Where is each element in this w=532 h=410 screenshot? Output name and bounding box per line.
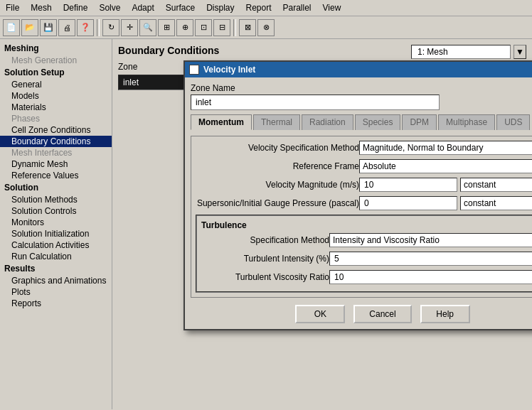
supersonic-input[interactable]	[359, 196, 457, 210]
mesh-select[interactable]: 1: Mesh	[411, 45, 511, 59]
sidebar-item-reference-values[interactable]: Reference Values	[0, 170, 112, 181]
spec-method-dropdown[interactable]: Intensity and Viscosity Ratio	[329, 233, 532, 247]
menubar: File Mesh Define Solve Adapt Surface Dis…	[0, 0, 532, 16]
sidebar: Meshing Mesh Generation Solution Setup G…	[0, 39, 112, 409]
turbulent-intensity-label: Turbulent Intensity (%)	[201, 254, 329, 264]
velocity-magnitude-row: Velocity Magnitude (m/s) constant ▼	[196, 178, 532, 192]
help-button[interactable]: Help	[420, 305, 470, 323]
ok-button[interactable]: OK	[295, 305, 345, 323]
sidebar-item-reports[interactable]: Reports	[0, 298, 112, 309]
zone-name-field: Zone Name	[191, 83, 532, 110]
sidebar-item-solution-initialization[interactable]: Solution Initialization	[0, 228, 112, 239]
reference-frame-row: Reference Frame Absolute ▼	[196, 159, 532, 173]
toolbar-move[interactable]: ✛	[121, 19, 138, 36]
supersonic-method[interactable]: constant	[460, 196, 532, 210]
menu-adapt[interactable]: Adapt	[126, 1, 159, 14]
zone-name-label: Zone Name	[191, 83, 532, 93]
sidebar-item-monitors[interactable]: Monitors	[0, 217, 112, 228]
sidebar-item-graphics-animations[interactable]: Graphics and Animations	[0, 275, 112, 286]
toolbar-btn-2[interactable]: 📂	[21, 19, 38, 36]
content-area: Boundary Conditions Zone 1: Mesh ▼	[112, 39, 532, 409]
tab-uds[interactable]: UDS	[496, 114, 530, 130]
menu-file[interactable]: File	[0, 1, 25, 14]
menu-surface[interactable]: Surface	[160, 1, 201, 14]
velocity-spec-dropdown[interactable]: Magnitude, Normal to Boundary	[359, 141, 532, 155]
supersonic-row: Supersonic/Initial Gauge Pressure (pasca…	[196, 196, 532, 210]
dialog-buttons: OK Cancel Help	[191, 305, 532, 323]
velocity-inlet-dialog: Velocity Inlet ✕ Zone Name Momentum Ther…	[183, 60, 532, 330]
tab-multiphase[interactable]: Multiphase	[438, 114, 495, 130]
reference-frame-label: Reference Frame	[196, 161, 359, 171]
section-meshing: Meshing	[0, 42, 112, 55]
menu-view[interactable]: View	[317, 1, 347, 14]
toolbar-zoom-box[interactable]: ⊞	[158, 19, 175, 36]
section-solution-setup: Solution Setup	[0, 66, 112, 79]
modal-titlebar: Velocity Inlet ✕	[185, 62, 532, 77]
toolbar-btn-5[interactable]: ❓	[77, 19, 94, 36]
toolbar-sep-2	[233, 19, 236, 36]
modal-icon	[189, 65, 199, 75]
cancel-button[interactable]: Cancel	[353, 305, 411, 323]
main-layout: Meshing Mesh Generation Solution Setup G…	[0, 39, 532, 409]
sidebar-item-general[interactable]: General	[0, 79, 112, 90]
toolbar-mesh[interactable]: ⊠	[239, 19, 256, 36]
turbulent-viscosity-row: Turbulent Viscosity Ratio p	[201, 270, 532, 284]
toolbar-rotate[interactable]: ↻	[102, 19, 119, 36]
turbulent-viscosity-input[interactable]	[329, 270, 532, 284]
sidebar-item-run-calculation[interactable]: Run Calculation	[0, 251, 112, 262]
mesh-dropdown-arrow[interactable]: ▼	[514, 45, 526, 59]
turbulent-intensity-row: Turbulent Intensity (%) p	[201, 252, 532, 266]
tabs: Momentum Thermal Radiation Species DPM M…	[191, 114, 532, 130]
sidebar-item-plots[interactable]: Plots	[0, 286, 112, 298]
menu-report[interactable]: Report	[240, 1, 277, 14]
tab-dpm[interactable]: DPM	[402, 114, 437, 130]
toolbar-zoom-in[interactable]: 🔍	[139, 19, 156, 36]
spec-method-label: Specification Method	[201, 235, 329, 245]
velocity-magnitude-label: Velocity Magnitude (m/s)	[196, 180, 359, 190]
menu-display[interactable]: Display	[201, 1, 240, 14]
supersonic-label: Supersonic/Initial Gauge Pressure (pasca…	[196, 198, 359, 208]
sidebar-item-models[interactable]: Models	[0, 90, 112, 102]
spec-method-row: Specification Method Intensity and Visco…	[201, 233, 532, 247]
menu-solve[interactable]: Solve	[93, 1, 126, 14]
toolbar-btn-4[interactable]: 🖨	[58, 19, 75, 36]
section-solution: Solution	[0, 181, 112, 194]
tab-radiation[interactable]: Radiation	[302, 114, 353, 130]
modal-body: Zone Name Momentum Thermal Radiation Spe…	[185, 77, 532, 329]
sidebar-item-mesh-interfaces[interactable]: Mesh Interfaces	[0, 147, 112, 158]
toolbar-zoom-fit[interactable]: ⊡	[195, 19, 212, 36]
turbulent-viscosity-label: Turbulent Viscosity Ratio	[201, 272, 329, 282]
sidebar-item-solution-methods[interactable]: Solution Methods	[0, 194, 112, 205]
velocity-spec-row: Velocity Specification Method Magnitude,…	[196, 141, 532, 155]
sidebar-item-cell-zone-conditions[interactable]: Cell Zone Conditions	[0, 124, 112, 136]
sidebar-item-calculation-activities[interactable]: Calculation Activities	[0, 239, 112, 251]
menu-parallel[interactable]: Parallel	[277, 1, 317, 14]
toolbar: 📄 📂 💾 🖨 ❓ ↻ ✛ 🔍 ⊞ ⊕ ⊡ ⊟ ⊠ ⊗	[0, 16, 532, 39]
sidebar-item-phases[interactable]: Phases	[0, 113, 112, 124]
velocity-magnitude-method[interactable]: constant	[460, 178, 532, 192]
toolbar-mesh2[interactable]: ⊗	[257, 19, 275, 36]
sidebar-item-dynamic-mesh[interactable]: Dynamic Mesh	[0, 158, 112, 170]
sidebar-item-boundary-conditions[interactable]: Boundary Conditions	[0, 136, 112, 147]
sidebar-item-solution-controls[interactable]: Solution Controls	[0, 205, 112, 217]
sidebar-item-mesh-generation[interactable]: Mesh Generation	[0, 55, 112, 66]
bc-title: Boundary Conditions	[118, 45, 317, 56]
toolbar-sep-1	[97, 19, 100, 36]
velocity-spec-label: Velocity Specification Method	[196, 143, 359, 153]
menu-define[interactable]: Define	[58, 1, 94, 14]
zone-name-input[interactable]	[191, 95, 440, 110]
section-results: Results	[0, 262, 112, 275]
turbulent-intensity-input[interactable]	[329, 252, 532, 266]
modal-title: Velocity Inlet	[203, 65, 255, 75]
menu-mesh[interactable]: Mesh	[25, 1, 57, 14]
reference-frame-dropdown[interactable]: Absolute	[359, 159, 532, 173]
sidebar-item-materials[interactable]: Materials	[0, 102, 112, 113]
tab-species[interactable]: Species	[355, 114, 401, 130]
toolbar-btn-1[interactable]: 📄	[3, 19, 20, 36]
tab-thermal[interactable]: Thermal	[253, 114, 300, 130]
toolbar-split[interactable]: ⊟	[213, 19, 230, 36]
velocity-magnitude-input[interactable]	[359, 178, 457, 192]
toolbar-probe[interactable]: ⊕	[176, 19, 193, 36]
toolbar-btn-3[interactable]: 💾	[40, 19, 57, 36]
tab-momentum[interactable]: Momentum	[191, 114, 252, 130]
